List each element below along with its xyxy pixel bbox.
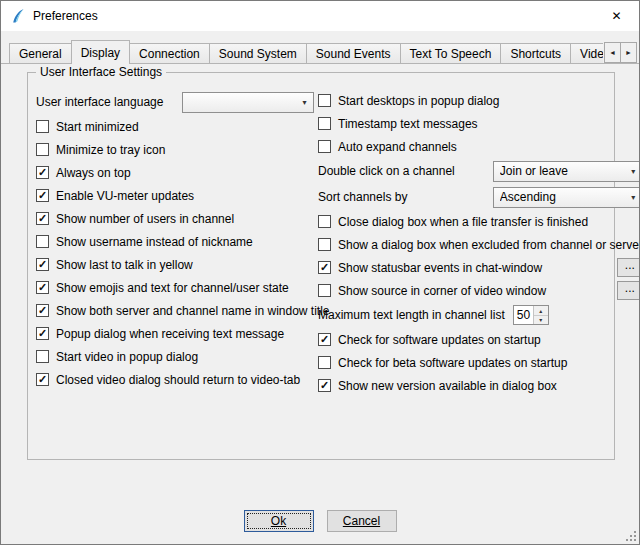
checkbox-row-new-version-dialog[interactable]: ✓ Show new version available in dialog b…	[318, 374, 640, 397]
checkbox-label: Show source in corner of video window	[338, 284, 546, 298]
checkbox-row-emojis[interactable]: ✓ Show emojis and text for channel/user …	[36, 276, 314, 299]
checkbox[interactable]	[36, 120, 49, 133]
checkbox[interactable]	[318, 140, 331, 153]
cancel-button[interactable]: Cancel	[327, 510, 397, 532]
checkbox-label: Start video in popup dialog	[56, 350, 198, 364]
checkbox-label: Auto expand channels	[338, 140, 457, 154]
checkbox[interactable]: ✓	[318, 333, 331, 346]
checkbox-row-video-source-corner[interactable]: Show source in corner of video window ..…	[318, 279, 640, 302]
checkbox-row-auto-expand[interactable]: Auto expand channels	[318, 135, 640, 158]
max-text-length-label: Maximum text length in channel list	[318, 308, 505, 322]
checkbox-row-start-minimized[interactable]: Start minimized	[36, 115, 314, 138]
checkbox-row-popup-text-message[interactable]: ✓ Popup dialog when receiving text messa…	[36, 322, 314, 345]
checkbox-row-check-updates[interactable]: ✓ Check for software updates on startup	[318, 328, 640, 351]
checkbox-row-show-username[interactable]: Show username instead of nickname	[36, 230, 314, 253]
checkbox[interactable]: ✓	[36, 327, 49, 340]
checkbox[interactable]	[318, 117, 331, 130]
max-text-length-spinner[interactable]: 50 ▴ ▾	[513, 305, 549, 325]
sort-channels-value: Ascending	[500, 190, 625, 204]
checkbox[interactable]	[318, 215, 331, 228]
checkbox-label: Enable VU-meter updates	[56, 189, 194, 203]
double-click-label: Double click on a channel	[318, 164, 455, 178]
checkbox[interactable]: ✓	[36, 304, 49, 317]
video-source-more-button[interactable]: ...	[617, 281, 640, 300]
tab-scroll-left-icon[interactable]: ◄	[604, 42, 621, 63]
app-icon	[10, 8, 26, 24]
double-click-combobox[interactable]: Join or leave ▾	[493, 161, 640, 182]
checkbox-row-vu-meter[interactable]: ✓ Enable VU-meter updates	[36, 184, 314, 207]
checkbox[interactable]	[36, 350, 49, 363]
spin-up-icon[interactable]: ▴	[534, 306, 548, 316]
checkbox-row-always-on-top[interactable]: ✓ Always on top	[36, 161, 314, 184]
button-bar: Ok Cancel	[1, 510, 639, 532]
tab-general[interactable]: General	[9, 43, 72, 63]
max-text-length-value: 50	[514, 306, 533, 324]
checkbox-label: Check for beta software updates on start…	[338, 356, 567, 370]
group-title: User Interface Settings	[36, 65, 166, 79]
resize-grip[interactable]	[634, 539, 636, 541]
checkbox[interactable]	[318, 284, 331, 297]
tab-bar: General Display Connection Sound System …	[9, 40, 603, 64]
sort-channels-combobox[interactable]: Ascending ▾	[493, 187, 640, 208]
tab-scroll-right-icon[interactable]: ►	[620, 42, 637, 63]
checkbox[interactable]: ✓	[36, 258, 49, 271]
checkbox-label: Show emojis and text for channel/user st…	[56, 281, 289, 295]
checkbox[interactable]: ✓	[36, 373, 49, 386]
checkbox[interactable]: ✓	[36, 189, 49, 202]
tab-sound-system[interactable]: Sound System	[209, 43, 307, 63]
checkbox-label: Show statusbar events in chat-window	[338, 261, 542, 275]
dropdown-arrow-icon: ▾	[625, 162, 640, 181]
checkbox[interactable]	[36, 235, 49, 248]
checkbox-label: Start desktops in popup dialog	[338, 94, 499, 108]
tab-connection[interactable]: Connection	[129, 43, 210, 63]
checkbox-row-desktops-popup[interactable]: Start desktops in popup dialog	[318, 89, 640, 112]
language-row: User interface language ▾	[36, 90, 314, 114]
checkbox[interactable]: ✓	[318, 379, 331, 392]
checkbox-label: Show username instead of nickname	[56, 235, 253, 249]
checkbox[interactable]: ✓	[318, 261, 331, 274]
tab-shortcuts[interactable]: Shortcuts	[500, 43, 571, 63]
dropdown-arrow-icon: ▾	[625, 188, 640, 207]
checkbox[interactable]: ✓	[36, 166, 49, 179]
tab-text-to-speech[interactable]: Text To Speech	[400, 43, 502, 63]
sort-channels-row: Sort channels by Ascending ▾	[318, 185, 640, 209]
checkbox-label: Show a dialog box when excluded from cha…	[338, 238, 640, 252]
checkbox-row-minimize-to-tray[interactable]: Minimize to tray icon	[36, 138, 314, 161]
spin-down-icon[interactable]: ▾	[534, 316, 548, 325]
checkbox[interactable]	[318, 94, 331, 107]
checkbox-row-statusbar-events[interactable]: ✓ Show statusbar events in chat-window .…	[318, 256, 640, 279]
checkbox[interactable]	[318, 356, 331, 369]
checkbox[interactable]: ✓	[36, 281, 49, 294]
checkbox-label: Show number of users in channel	[56, 212, 234, 226]
max-text-length-row: Maximum text length in channel list 50 ▴…	[318, 303, 640, 327]
checkbox-row-timestamp[interactable]: Timestamp text messages	[318, 112, 640, 135]
tab-sound-events[interactable]: Sound Events	[306, 43, 401, 63]
checkbox[interactable]	[318, 238, 331, 251]
checkbox-row-video-return-tab[interactable]: ✓ Closed video dialog should return to v…	[36, 368, 314, 391]
preferences-window: Preferences ✕ General Display Connection…	[0, 0, 640, 545]
checkbox[interactable]	[36, 143, 49, 156]
close-icon[interactable]: ✕	[594, 1, 639, 31]
checkbox-label: Show new version available in dialog box	[338, 379, 557, 393]
ok-button[interactable]: Ok	[244, 510, 314, 532]
checkbox-row-file-transfer[interactable]: Close dialog box when a file transfer is…	[318, 210, 640, 233]
checkbox-label: Timestamp text messages	[338, 117, 478, 131]
statusbar-events-more-button[interactable]: ...	[617, 258, 640, 277]
tab-video[interactable]: Video	[570, 43, 603, 63]
right-column: Start desktops in popup dialog Timestamp…	[314, 89, 640, 453]
checkbox-row-beta-updates[interactable]: Check for beta software updates on start…	[318, 351, 640, 374]
checkbox-row-last-to-talk[interactable]: ✓ Show last to talk in yellow	[36, 253, 314, 276]
checkbox[interactable]: ✓	[36, 212, 49, 225]
checkbox-label: Closed video dialog should return to vid…	[56, 373, 300, 387]
dropdown-arrow-icon: ▾	[296, 93, 313, 112]
checkbox-label: Always on top	[56, 166, 131, 180]
double-click-value: Join or leave	[500, 164, 625, 178]
checkbox-label: Show last to talk in yellow	[56, 258, 193, 272]
checkbox-label: Start minimized	[56, 120, 139, 134]
checkbox-row-window-title[interactable]: ✓ Show both server and channel name in w…	[36, 299, 314, 322]
language-combobox[interactable]: ▾	[182, 92, 314, 113]
tab-display[interactable]: Display	[71, 40, 130, 64]
checkbox-row-video-popup[interactable]: Start video in popup dialog	[36, 345, 314, 368]
checkbox-row-show-user-count[interactable]: ✓ Show number of users in channel	[36, 207, 314, 230]
checkbox-row-excluded-dialog[interactable]: Show a dialog box when excluded from cha…	[318, 233, 640, 256]
